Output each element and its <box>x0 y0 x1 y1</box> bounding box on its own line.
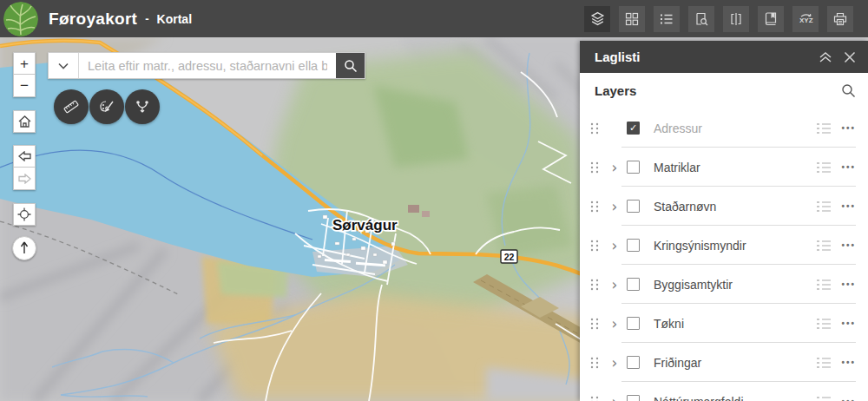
drag-handle-icon[interactable] <box>590 161 599 174</box>
layer-legend-button[interactable] <box>817 279 831 291</box>
layer-row: ›Staðarnøvn••• <box>580 187 868 226</box>
drag-handle-icon[interactable] <box>590 200 599 213</box>
home-icon <box>18 115 31 128</box>
share-button[interactable] <box>125 89 160 124</box>
expand-chevron-icon[interactable]: › <box>612 318 618 330</box>
layer-visibility-checkbox[interactable] <box>627 356 640 369</box>
layer-legend-icon <box>817 161 831 174</box>
expand-chevron-icon[interactable]: › <box>612 161 618 174</box>
close-panel-button[interactable] <box>844 51 856 63</box>
measure-ruler-icon <box>62 98 80 115</box>
layer-options-button[interactable]: ••• <box>841 123 856 133</box>
layer-row: ✓Adressur••• <box>580 108 868 148</box>
drag-handle-icon[interactable] <box>590 279 599 291</box>
collapse-panel-button[interactable] <box>819 51 832 63</box>
search-source-dropdown[interactable] <box>49 53 79 78</box>
bookmark-icon <box>764 12 778 26</box>
layer-legend-button[interactable] <box>817 161 831 174</box>
expand-chevron-icon[interactable]: › <box>612 396 618 401</box>
drag-handle-icon[interactable] <box>590 357 599 369</box>
forward-arrow-icon <box>18 174 31 184</box>
layer-legend-icon <box>817 279 831 291</box>
layer-options-button[interactable]: ••• <box>841 201 856 211</box>
layer-search-button[interactable] <box>841 83 856 98</box>
zoom-in-button[interactable]: + <box>13 52 36 75</box>
layer-legend-button[interactable] <box>817 396 831 401</box>
zoom-out-button[interactable]: − <box>13 75 36 97</box>
layer-label[interactable]: Byggisamtyktir <box>654 278 733 292</box>
drag-handle-icon[interactable] <box>590 396 599 401</box>
layer-visibility-checkbox[interactable]: ✓ <box>627 122 640 135</box>
layers-section-title: Layers <box>595 83 636 98</box>
layer-legend-button[interactable] <box>817 240 831 252</box>
layer-legend-button[interactable] <box>817 200 831 213</box>
drag-handle-icon[interactable] <box>590 240 599 252</box>
layer-legend-icon <box>817 318 831 330</box>
layer-legend-icon <box>817 200 831 213</box>
layer-visibility-checkbox[interactable] <box>627 239 640 252</box>
expand-chevron-icon[interactable]: › <box>612 200 618 213</box>
expand-chevron-icon[interactable]: › <box>612 357 618 369</box>
layer-legend-button[interactable] <box>817 357 831 369</box>
layer-visibility-checkbox[interactable] <box>627 161 640 174</box>
svg-text:XYZ: XYZ <box>799 16 813 24</box>
layer-legend-icon <box>817 396 831 401</box>
legend-widget-button[interactable] <box>654 6 680 32</box>
layer-legend-button[interactable] <box>817 318 831 330</box>
search-icon <box>841 83 856 98</box>
print-widget-button[interactable] <box>827 6 853 32</box>
layer-legend-button[interactable] <box>817 122 831 135</box>
layer-label[interactable]: Tøkni <box>654 317 684 331</box>
chevron-down-icon <box>58 62 69 69</box>
bookmark-widget-button[interactable] <box>758 6 784 32</box>
drag-handle-icon[interactable] <box>590 122 599 135</box>
app-title: Føroyakort <box>49 10 137 29</box>
layers-widget-button[interactable] <box>584 6 610 32</box>
layer-visibility-checkbox[interactable] <box>627 278 640 291</box>
close-icon <box>844 51 856 63</box>
measure-button[interactable] <box>54 89 89 124</box>
app-header: Føroyakort - Kortal <box>0 0 868 37</box>
layer-options-button[interactable]: ••• <box>841 319 856 328</box>
layer-options-button[interactable]: ••• <box>841 358 856 367</box>
layer-list-panel: Laglisti Layers ✓Adressur•••›Matriklar••… <box>580 41 868 401</box>
layer-label[interactable]: Náttúrumargfeldi <box>654 395 744 401</box>
place-label: Sørvágur <box>332 217 398 233</box>
search-button[interactable] <box>336 53 365 78</box>
layer-label[interactable]: Friðingar <box>654 356 701 370</box>
drag-handle-icon[interactable] <box>590 318 599 330</box>
layer-legend-icon <box>817 122 831 135</box>
share-icon <box>135 99 150 115</box>
coordinates-widget-button[interactable]: XYZ <box>792 6 819 32</box>
basemap-gallery-button[interactable] <box>619 6 645 32</box>
layer-label[interactable]: Staðarnøvn <box>654 200 716 214</box>
layer-options-button[interactable]: ••• <box>841 279 856 289</box>
collapse-double-chevron-icon <box>819 51 832 63</box>
layer-visibility-checkbox[interactable] <box>627 200 640 213</box>
layer-options-button[interactable]: ••• <box>841 397 856 401</box>
header-toolbar: XYZ <box>584 6 853 32</box>
locate-button[interactable] <box>13 203 36 226</box>
next-extent-button[interactable] <box>13 168 36 190</box>
compass-button[interactable] <box>12 236 36 260</box>
expand-chevron-icon[interactable]: › <box>612 240 618 252</box>
layer-row: ›Friðingar••• <box>580 343 868 382</box>
layer-label[interactable]: Adressur <box>654 122 702 135</box>
query-widget-button[interactable] <box>688 6 714 32</box>
layer-options-button[interactable]: ••• <box>841 240 856 250</box>
layer-visibility-checkbox[interactable] <box>627 317 640 330</box>
draw-icon <box>98 98 115 115</box>
basemap-gallery-icon <box>625 12 639 26</box>
home-button[interactable] <box>13 110 36 133</box>
previous-extent-button[interactable] <box>13 145 36 168</box>
search-input[interactable] <box>79 53 336 78</box>
minus-icon: − <box>20 78 29 93</box>
panel-title: Laglisti <box>595 49 641 64</box>
layer-options-button[interactable]: ••• <box>841 162 856 172</box>
layer-label[interactable]: Kringsýnismyndir <box>654 239 746 253</box>
swipe-widget-button[interactable] <box>723 6 749 32</box>
draw-button[interactable] <box>89 89 124 124</box>
layer-visibility-checkbox[interactable] <box>627 395 640 401</box>
expand-chevron-icon[interactable]: › <box>612 279 618 291</box>
layer-label[interactable]: Matriklar <box>654 161 700 174</box>
